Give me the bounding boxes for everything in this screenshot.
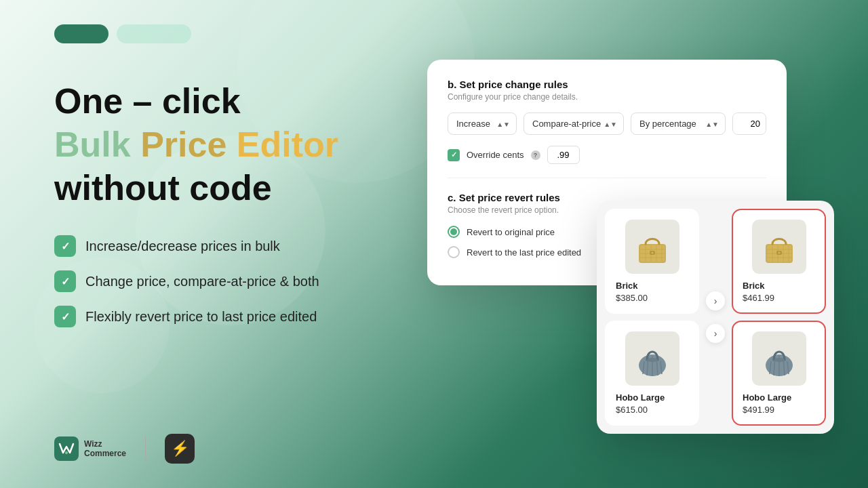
price-rules-sub: Configure your price change details. [448, 92, 766, 102]
feature-item-3: Flexibly revert price to last price edit… [54, 306, 393, 327]
hobo-name-updated: Hobo Large [743, 392, 791, 403]
override-checkbox[interactable] [448, 149, 460, 161]
brick-name-original: Brick [616, 281, 638, 291]
feature-text-2: Change price, compare-at-price & both [85, 274, 319, 289]
arrow-right-1: › [706, 291, 725, 310]
product-card-brick-updated: Brick $461.99 [732, 209, 826, 314]
pill-dark [54, 24, 108, 43]
svg-point-11 [651, 252, 653, 254]
bottom-logos: Wizz Commerce ⚡ [54, 434, 195, 464]
percentage-input-wrap: % ▲ ▼ [732, 113, 766, 135]
hero-line3: without code [54, 168, 393, 209]
override-label: Override cents [467, 150, 524, 160]
override-info-icon: ? [531, 150, 540, 160]
override-row: Override cents ? [448, 146, 766, 164]
product-card-hobo-updated: Hobo Large $491.99 [732, 321, 826, 426]
hero-bulk: Bulk [54, 125, 140, 164]
brick-name-updated: Brick [743, 281, 765, 291]
radio-last-price[interactable] [448, 246, 460, 258]
pill-light [117, 24, 191, 43]
brick-price-updated: $461.99 [743, 293, 774, 303]
hero-line2: Bulk Price Editor [54, 125, 393, 165]
top-bar [54, 24, 191, 43]
check-icon-2 [54, 270, 76, 292]
product-card-brick-original: Brick $385.00 [605, 209, 699, 314]
left-content: One – click Bulk Price Editor without co… [54, 81, 393, 327]
features-list: Increase/decrease prices in bulk Change … [54, 235, 393, 327]
check-icon-3 [54, 306, 76, 327]
feature-item-2: Change price, compare-at-price & both [54, 270, 393, 292]
cents-input[interactable] [547, 146, 580, 164]
radio-label-1: Revert to original price [467, 227, 555, 237]
wizzcommerce-text: Wizz Commerce [84, 439, 126, 458]
brick-bag-img-original [625, 220, 679, 274]
radio-original-price[interactable] [448, 226, 460, 238]
hobo-price-original: $615.00 [616, 405, 648, 415]
product-card-hobo-original: Hobo Large $615.00 [605, 321, 699, 426]
percentage-input[interactable] [733, 113, 766, 134]
by-percentage-select[interactable]: By percentage By fixed amount [631, 113, 726, 135]
svg-point-0 [65, 451, 68, 454]
svg-point-22 [778, 252, 780, 254]
wizzcommerce-logo: Wizz Commerce [54, 436, 146, 461]
section-divider [448, 178, 766, 178]
controls-row: Increase Decrease ▲▼ Compare-at-price Pr… [448, 113, 766, 135]
products-panel: Brick $385.00 › › Brick $461 [597, 201, 834, 434]
hero-price: Price [140, 125, 237, 164]
price-rules-title: b. Set price change rules [448, 79, 766, 90]
percentage-symbol: % [766, 113, 766, 134]
hobo-price-updated: $491.99 [743, 405, 774, 415]
feature-item-1: Increase/decrease prices in bulk [54, 235, 393, 257]
compare-at-price-select[interactable]: Compare-at-price Price Both [524, 113, 624, 135]
brick-bag-img-updated [752, 220, 806, 274]
by-percentage-select-wrap: By percentage By fixed amount ▲▼ [631, 113, 726, 135]
increase-select[interactable]: Increase Decrease [448, 113, 517, 135]
hero-editor: Editor [237, 125, 338, 164]
svg-point-29 [647, 358, 658, 362]
feature-text-3: Flexibly revert price to last price edit… [85, 309, 317, 325]
wizzcommerce-icon [54, 436, 79, 461]
increase-select-wrap: Increase Decrease ▲▼ [448, 113, 517, 135]
hobo-bag-img-updated [752, 331, 806, 386]
radio-label-2: Revert to the last price edited [467, 247, 581, 258]
arrow-right-2: › [706, 324, 725, 343]
check-icon-1 [54, 235, 76, 257]
arrow-col-center: › › [706, 291, 725, 343]
brick-price-original: $385.00 [616, 293, 648, 303]
hobo-bag-img-original [625, 331, 679, 386]
feature-text-1: Increase/decrease prices in bulk [85, 239, 280, 254]
compare-at-price-select-wrap: Compare-at-price Price Both ▲▼ [524, 113, 624, 135]
hobo-name-original: Hobo Large [616, 392, 665, 403]
bulk-app-icon: ⚡ [165, 434, 195, 464]
hero-line1: One – click [54, 81, 393, 122]
radio-inner-filled [450, 228, 457, 235]
svg-point-36 [774, 358, 785, 362]
